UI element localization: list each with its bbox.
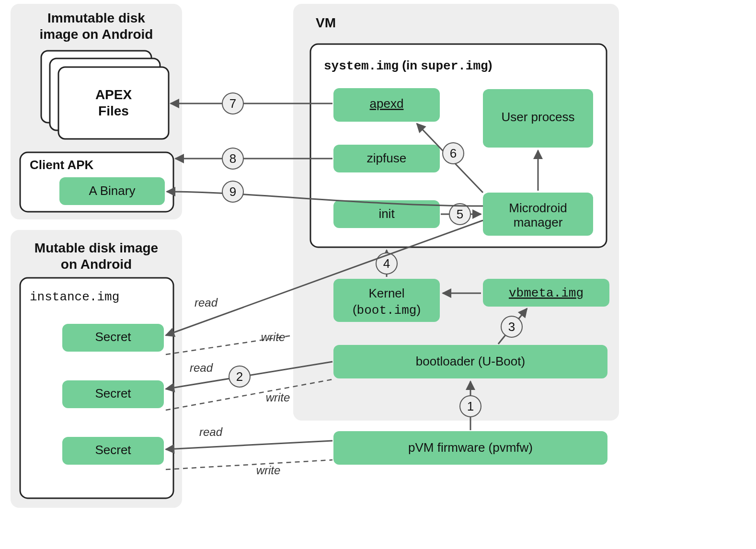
read-label-1: read — [195, 296, 218, 309]
apexd-label: apexd — [370, 96, 404, 111]
kernel-label-1: Kernel — [368, 286, 404, 300]
kernel-label-2: (boot.img) — [353, 302, 421, 318]
arrow-read-pvm — [166, 441, 332, 449]
secret-2-label: Secret — [95, 386, 131, 400]
write-label-2: write — [266, 391, 290, 404]
bootloader-label: bootloader (U-Boot) — [416, 354, 525, 368]
step-2: 2 — [236, 369, 243, 384]
arrow-write-pvm — [166, 460, 332, 469]
microdroid-label-2: manager — [514, 215, 563, 229]
vm-title: VM — [316, 15, 336, 30]
immutable-title-1: Immutable disk — [47, 11, 145, 25]
init-label: init — [378, 206, 395, 221]
read-label-2: read — [190, 361, 213, 374]
step-1: 1 — [467, 399, 474, 413]
mutable-title-1: Mutable disk image — [34, 240, 158, 255]
write-label-1: write — [261, 331, 286, 343]
pvmfw-label: pVM firmware (pvmfw) — [408, 440, 533, 455]
step-6: 6 — [450, 146, 457, 160]
apex-label-2: Files — [98, 103, 129, 118]
step-4: 4 — [383, 256, 390, 271]
step-8: 8 — [229, 151, 236, 166]
client-apk-label: Client APK — [30, 158, 94, 172]
read-label-3: read — [199, 425, 223, 438]
instance-img-label: instance.img — [30, 290, 119, 304]
immutable-title-2: image on Android — [40, 27, 153, 42]
system-img-label: system.img (in super.img) — [324, 58, 492, 73]
vbmeta-label: vbmeta.img — [509, 286, 584, 300]
zipfuse-label: zipfuse — [367, 151, 406, 165]
user-process-label: User process — [501, 110, 574, 124]
step-7: 7 — [229, 96, 236, 111]
microdroid-label-1: Microdroid — [509, 201, 567, 215]
step-5: 5 — [457, 207, 463, 221]
step-9: 9 — [229, 184, 236, 199]
apex-stack-front — [58, 67, 169, 139]
a-binary-label: A Binary — [89, 183, 136, 198]
secret-3-label: Secret — [95, 443, 131, 457]
secret-1-label: Secret — [95, 330, 131, 344]
step-3: 3 — [508, 320, 515, 334]
apex-label-1: APEX — [95, 87, 132, 102]
write-label-3: write — [256, 464, 281, 477]
mutable-title-2: on Android — [61, 257, 132, 272]
